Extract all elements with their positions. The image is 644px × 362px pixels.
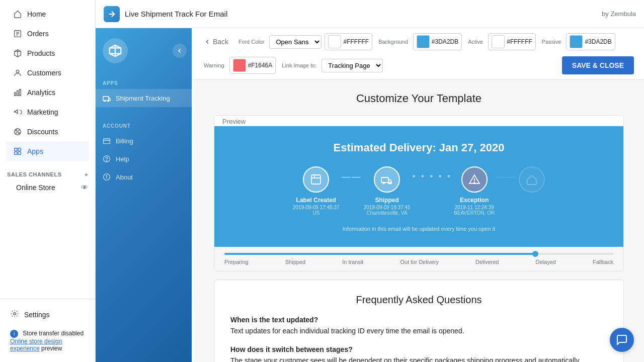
font-family-select[interactable]: Open Sans bbox=[269, 35, 321, 49]
sidebar-item-apps-label: Apps bbox=[27, 147, 43, 155]
preview-info-text: Information in this email will be update… bbox=[224, 226, 613, 232]
app-sidebar-divider bbox=[192, 28, 194, 362]
account-section: ACCOUNT Billing Help About bbox=[96, 111, 194, 190]
shipped-title: Shipped bbox=[375, 197, 398, 204]
progress-label-shipped: Shipped bbox=[285, 259, 305, 265]
label-created-title: Label Created bbox=[296, 197, 336, 204]
step-shipped: Shipped 2019-09-09 18:37:41 Charlottesvi… bbox=[364, 166, 411, 216]
email-title: Estimated Delivery: Jan 27, 2020 bbox=[224, 141, 613, 154]
svg-point-11 bbox=[18, 132, 20, 134]
background-label: Background bbox=[378, 39, 408, 45]
sidebar-item-home[interactable]: Home bbox=[6, 5, 89, 24]
settings-icon bbox=[10, 309, 19, 320]
customers-icon bbox=[13, 68, 22, 77]
billing-label: Billing bbox=[116, 137, 133, 145]
progress-bar-section: Preparing Shipped In transit Out for Del… bbox=[214, 247, 623, 271]
sidebar-item-analytics-label: Analytics bbox=[27, 88, 55, 97]
svg-point-10 bbox=[16, 130, 17, 131]
passive-hex: #3DA2DB bbox=[585, 38, 611, 45]
eye-icon: 👁 bbox=[81, 184, 88, 192]
connector-2: • • • • • bbox=[413, 166, 452, 182]
apps-icon bbox=[13, 147, 22, 156]
progress-dot bbox=[532, 251, 538, 257]
label-created-location: US bbox=[312, 210, 319, 216]
exception-location: BEAVERTON, OR bbox=[454, 210, 495, 216]
home-step-icon bbox=[519, 166, 545, 193]
back-button[interactable]: Back bbox=[204, 38, 228, 46]
app-sidebar-header bbox=[96, 28, 194, 73]
label-created-icon bbox=[303, 166, 329, 193]
sidebar-item-products[interactable]: Products bbox=[6, 44, 89, 63]
svg-point-28 bbox=[106, 160, 107, 161]
svg-rect-25 bbox=[104, 139, 110, 144]
preview-container: Preview Estimated Delivery: Jan 27, 2020… bbox=[214, 115, 624, 272]
sidebar-toggle-button[interactable] bbox=[173, 44, 187, 58]
sales-channels-section: SALES CHANNELS + bbox=[0, 165, 95, 179]
add-sales-channel-icon[interactable]: + bbox=[85, 171, 88, 177]
shipment-tracking-nav-item[interactable]: Shipment Tracking bbox=[96, 89, 194, 107]
top-bar: Live Shipment Track For Email by Zembula bbox=[96, 0, 644, 28]
passive-swatch bbox=[570, 35, 583, 48]
orders-icon bbox=[13, 29, 22, 38]
sidebar-item-discounts[interactable]: Discounts bbox=[6, 122, 89, 141]
page-title: Customize Your Template bbox=[214, 92, 624, 105]
svg-rect-15 bbox=[15, 152, 17, 154]
account-section-title: ACCOUNT bbox=[96, 115, 194, 132]
svg-rect-16 bbox=[18, 152, 21, 154]
sidebar-item-orders[interactable]: Orders bbox=[6, 24, 89, 43]
svg-rect-9 bbox=[20, 89, 21, 96]
settings-label: Settings bbox=[24, 311, 50, 319]
svg-point-37 bbox=[389, 183, 391, 184]
warning-color-picker[interactable]: #F1646A bbox=[229, 57, 276, 74]
info-icon: i bbox=[10, 330, 18, 338]
step-exception: Exception 2019-11 12:24:39 BEAVERTON, OR bbox=[454, 166, 495, 216]
active-swatch bbox=[492, 35, 505, 48]
svg-point-39 bbox=[474, 182, 475, 183]
sidebar-item-customers[interactable]: Customers bbox=[6, 63, 89, 82]
background-color-picker[interactable]: #3DA2DB bbox=[413, 33, 462, 50]
progress-label-fallback: Fallback bbox=[593, 259, 613, 265]
svg-rect-32 bbox=[311, 175, 320, 184]
active-hex: #FFFFFF bbox=[507, 38, 532, 45]
shipment-tracking-label: Shipment Tracking bbox=[116, 95, 170, 102]
label-created-date: 2019-09-05 17:45:37 bbox=[293, 205, 340, 210]
discounts-icon bbox=[13, 127, 22, 136]
save-close-button[interactable]: SAVE & CLOSE bbox=[562, 56, 634, 74]
svg-rect-14 bbox=[18, 148, 21, 151]
exception-title: Exception bbox=[460, 197, 489, 204]
about-nav-item[interactable]: About bbox=[96, 168, 194, 186]
sidebar-item-settings[interactable]: Settings bbox=[3, 304, 92, 325]
sidebar-item-marketing[interactable]: Marketing bbox=[6, 103, 89, 122]
sidebar-item-analytics[interactable]: Analytics bbox=[6, 83, 89, 102]
faq-title: Frequently Asked Questions bbox=[230, 294, 607, 306]
svg-point-36 bbox=[383, 183, 384, 184]
svg-rect-8 bbox=[17, 90, 19, 96]
sidebar-item-apps[interactable]: Apps bbox=[6, 142, 89, 161]
help-label: Help bbox=[116, 155, 129, 163]
active-color-picker[interactable]: #FFFFFF bbox=[488, 33, 536, 50]
font-color-group: Font Color Open Sans #FFFFFF bbox=[238, 33, 372, 50]
link-image-label: Link Image to: bbox=[282, 62, 316, 68]
shipped-icon bbox=[374, 166, 400, 193]
background-hex: #3DA2DB bbox=[432, 38, 458, 45]
background-swatch bbox=[417, 35, 430, 48]
link-image-select[interactable]: Tracking Page bbox=[321, 59, 383, 72]
font-color-picker[interactable]: #FFFFFF bbox=[325, 33, 372, 50]
app-logo-area: Live Shipment Track For Email bbox=[104, 6, 227, 22]
chat-bubble-button[interactable] bbox=[610, 328, 634, 352]
font-color-swatch bbox=[328, 35, 341, 48]
passive-color-picker[interactable]: #3DA2DB bbox=[566, 33, 615, 50]
svg-point-24 bbox=[108, 100, 109, 101]
sidebar-item-home-label: Home bbox=[27, 10, 46, 18]
sidebar-item-online-store[interactable]: Online Store 👁 bbox=[0, 179, 95, 196]
progress-track bbox=[224, 253, 613, 255]
warning-color-group: Warning #F1646A bbox=[204, 57, 276, 74]
billing-nav-item[interactable]: Billing bbox=[96, 132, 194, 150]
connector-1: —— bbox=[342, 166, 362, 182]
preview-email: Estimated Delivery: Jan 27, 2020 Label C… bbox=[214, 126, 623, 247]
apps-section-title: APPS bbox=[96, 77, 194, 89]
help-nav-item[interactable]: Help bbox=[96, 150, 194, 168]
progress-label-delayed: Delayed bbox=[536, 259, 556, 265]
svg-rect-22 bbox=[103, 97, 109, 101]
sidebar-item-customers-label: Customers bbox=[27, 69, 61, 77]
